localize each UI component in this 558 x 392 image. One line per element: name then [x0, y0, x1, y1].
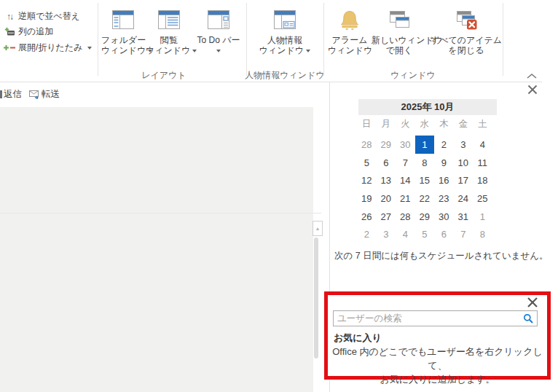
search-magnifier-icon[interactable] [523, 313, 534, 327]
scrollbar-thumb[interactable] [314, 238, 318, 358]
close-all-items-icon [455, 8, 478, 31]
calendar-day[interactable]: 29 [415, 208, 435, 226]
folder-pane-icon [111, 8, 135, 31]
calendar-day[interactable]: 6 [377, 154, 396, 172]
calendar-day[interactable]: 3 [454, 136, 473, 154]
dropdown-caret-icon [87, 47, 92, 50]
calendar-day[interactable]: 22 [415, 189, 435, 208]
reminders-window-label-2: ウィンドウ [328, 45, 372, 55]
calendar-day-selected[interactable]: 1 [415, 136, 435, 154]
calendar-day[interactable]: 30 [396, 136, 415, 154]
close-people-pane-button[interactable] [527, 297, 538, 308]
reading-pane-icon [157, 8, 181, 31]
close-x-icon [527, 84, 538, 95]
reminders-window-button[interactable]: アラーム ウィンドウ [328, 6, 372, 68]
alarm-bell-icon [338, 8, 361, 31]
calendar-day[interactable]: 17 [454, 171, 473, 189]
calendar-weekday: 日 [357, 118, 377, 130]
reading-pane-label-2: ウィンドウ [146, 45, 190, 55]
folder-pane-button[interactable]: フォルダー ウィンドウ [101, 6, 145, 68]
reply-button[interactable]: 返信 [4, 88, 22, 101]
calendar-day[interactable]: 6 [434, 225, 454, 243]
calendar-day[interactable]: 11 [473, 154, 492, 172]
people-pane-button[interactable]: 人物情報 ウィンドウ [251, 6, 318, 68]
reading-pane-button[interactable]: 閲覧 ウィンドウ [146, 6, 192, 68]
calendar-day[interactable]: 27 [377, 208, 396, 226]
calendar-day[interactable]: 14 [396, 171, 415, 189]
calendar-day[interactable]: 3 [377, 225, 396, 243]
favorites-hint-line2: お気に入りに追加します。 [328, 372, 547, 386]
calendar-day[interactable]: 28 [357, 136, 377, 154]
calendar-day[interactable]: 24 [454, 189, 473, 208]
todo-bar-label-1: To Do バー [195, 35, 242, 45]
calendar-day[interactable]: 10 [454, 154, 473, 172]
open-new-window-label-1: 新しいウィンドウ [372, 35, 427, 45]
calendar-day[interactable]: 2 [434, 136, 454, 154]
calendar-weekday: 火 [396, 118, 415, 130]
calendar-day[interactable]: 23 [434, 189, 454, 208]
reverse-sort-button[interactable]: ↑↓ 逆順で並べ替え [4, 10, 80, 23]
calendar-day[interactable]: 13 [377, 171, 396, 189]
todo-bar-icon [207, 8, 230, 31]
calendar-weekday: 水 [415, 118, 435, 130]
calendar-day[interactable]: 4 [473, 136, 492, 154]
collapse-ribbon-button[interactable] [525, 71, 538, 79]
people-pane-label-2: ウィンドウ [259, 45, 304, 55]
calendar-day[interactable]: 1 [473, 208, 492, 226]
expand-collapse-button[interactable]: 展開/折りたたみ [4, 42, 92, 54]
add-column-button[interactable]: 列の追加 [4, 26, 53, 38]
reply-icon-clipped [0, 90, 2, 98]
calendar-day[interactable]: 2 [357, 225, 377, 243]
calendar-day[interactable]: 4 [396, 225, 415, 243]
calendar-grid: 2829301234567891011121314151617181920212… [357, 136, 492, 243]
close-x-icon [527, 297, 538, 308]
calendar-day[interactable]: 7 [396, 154, 415, 172]
calendar-day[interactable]: 19 [357, 189, 377, 208]
close-todo-bar-button[interactable] [527, 84, 538, 95]
open-new-window-button[interactable]: 新しいウィンドウ で開く [372, 6, 427, 68]
calendar-day[interactable]: 5 [357, 154, 377, 172]
calendar-day[interactable]: 20 [377, 189, 396, 208]
calendar-weekday-row: 日月火水木金土 [357, 118, 492, 130]
people-pane-panel: お気に入り Office 内のどこででもユーザー名を右クリックして、 お気に入り… [324, 291, 551, 380]
calendar-day[interactable]: 31 [454, 208, 473, 226]
group-separator [503, 3, 503, 76]
expand-collapse-icon [4, 44, 15, 51]
favorites-hint-text: Office 内のどこででもユーザー名を右クリックして、 お気に入りに追加します… [328, 345, 547, 386]
calendar-day[interactable]: 28 [396, 208, 415, 226]
calendar-day[interactable]: 12 [357, 171, 377, 189]
reading-pane-label-1: 閲覧 [146, 35, 192, 45]
group-separator [323, 3, 324, 76]
calendar-day[interactable]: 16 [434, 171, 454, 189]
calendar-day[interactable]: 15 [415, 171, 435, 189]
group-separator [98, 3, 98, 76]
calendar-day[interactable]: 25 [473, 189, 492, 208]
sort-arrows-icon: ↑↓ [4, 12, 15, 22]
expand-collapse-label: 展開/折りたたみ [18, 42, 82, 54]
chevron-up-icon [525, 72, 538, 81]
calendar-title: 2025年 10月 [401, 101, 455, 114]
calendar-day[interactable]: 21 [396, 189, 415, 208]
dropdown-caret-icon [306, 50, 310, 52]
calendar-day[interactable]: 26 [357, 208, 377, 226]
calendar-day[interactable]: 5 [415, 225, 435, 243]
close-all-items-button[interactable]: すべてのアイテム を閉じる [428, 6, 504, 68]
forward-button[interactable]: 転送 [42, 88, 60, 101]
reading-pane-divider [0, 213, 321, 213]
calendar-day[interactable]: 30 [434, 208, 454, 226]
todo-bar-button[interactable]: To Do バー [195, 6, 242, 68]
calendar-day[interactable]: 8 [473, 225, 492, 243]
calendar-day[interactable]: 7 [454, 225, 473, 243]
calendar-day[interactable]: 9 [434, 154, 454, 172]
ribbon-group-label-window: ウィンドウ [390, 69, 435, 82]
user-search-input[interactable] [334, 311, 525, 326]
calendar-day[interactable]: 18 [473, 171, 492, 189]
add-column-icon [4, 27, 15, 37]
forward-envelope-icon [29, 90, 40, 99]
reverse-sort-label: 逆順で並べ替え [18, 10, 80, 23]
no-events-text: 次の 7 日間には何もスケジュールされていません。 [334, 250, 549, 262]
scrollbar-up-button[interactable]: ▲ [313, 221, 323, 236]
calendar-day[interactable]: 29 [377, 136, 396, 154]
user-search-box [333, 310, 538, 326]
calendar-day[interactable]: 8 [415, 154, 435, 172]
